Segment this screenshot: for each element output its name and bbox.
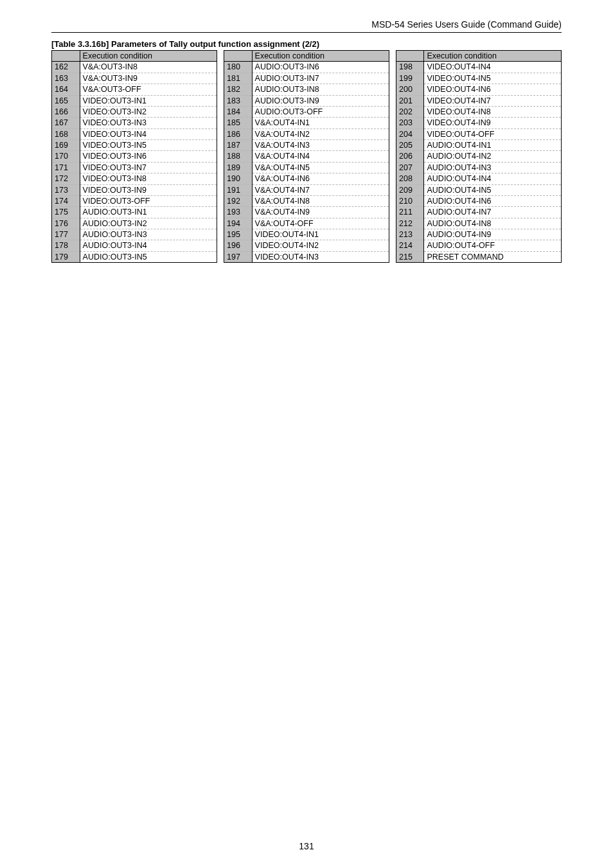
row-value: V&A:OUT3-IN9 [80,73,217,84]
row-number: 174 [52,195,80,206]
row-value: AUDIO:OUT3-IN2 [80,218,217,229]
table-row: 168VIDEO:OUT3-IN4 [52,128,217,139]
row-number: 196 [224,240,253,251]
table-row: 204VIDEO:OUT4-OFF [396,128,562,139]
header-rule [51,32,562,33]
row-number: 163 [52,73,80,84]
table-row: 167VIDEO:OUT3-IN3 [52,118,217,128]
row-value: VIDEO:OUT3-IN5 [80,140,217,151]
table-row: 214AUDIO:OUT4-OFF [396,240,562,251]
row-value: AUDIO:OUT3-IN8 [252,84,389,95]
table-row: 181AUDIO:OUT3-IN7 [224,73,389,84]
row-number: 213 [396,229,424,240]
table-row: 179AUDIO:OUT3-IN5 [52,251,217,262]
table-row: 164V&A:OUT3-OFF [52,84,217,95]
row-number: 190 [224,173,253,184]
row-number: 183 [224,95,253,106]
row-number: 204 [396,128,424,139]
row-value: V&A:OUT3-OFF [80,84,217,95]
row-number: 209 [396,184,424,195]
table-row: 189V&A:OUT4-IN5 [224,162,389,173]
header-execution-condition: Execution condition [80,51,217,62]
header-num-blank [224,51,253,62]
header-num-blank [396,51,424,62]
table-row: 202VIDEO:OUT4-IN8 [396,106,562,117]
row-value: VIDEO:OUT4-IN1 [252,229,389,240]
parameters-table-1: Execution condition 162V&A:OUT3-IN8163V&… [51,50,217,263]
table-row: 175AUDIO:OUT3-IN1 [52,207,217,218]
table-row: 210AUDIO:OUT4-IN6 [396,195,562,206]
row-number: 170 [52,151,80,162]
parameters-table-2: Execution condition 180AUDIO:OUT3-IN6181… [224,50,389,263]
table-body-2: 180AUDIO:OUT3-IN6181AUDIO:OUT3-IN7182AUD… [224,62,389,263]
row-number: 210 [396,195,424,206]
table-row: 212AUDIO:OUT4-IN8 [396,218,562,229]
row-number: 186 [224,128,253,139]
header-num-blank [52,51,80,62]
table-row: 205AUDIO:OUT4-IN1 [396,140,562,151]
table-row: 211AUDIO:OUT4-IN7 [396,207,562,218]
row-number: 215 [396,251,424,262]
row-value: AUDIO:OUT4-IN7 [424,207,562,218]
row-value: VIDEO:OUT4-IN9 [424,118,562,128]
table-row: 187V&A:OUT4-IN3 [224,140,389,151]
row-number: 169 [52,140,80,151]
row-value: AUDIO:OUT4-IN8 [424,218,562,229]
row-value: AUDIO:OUT4-IN3 [424,162,562,173]
row-number: 206 [396,151,424,162]
row-value: AUDIO:OUT4-IN5 [424,184,562,195]
table-row: 178AUDIO:OUT3-IN4 [52,240,217,251]
table-row: 180AUDIO:OUT3-IN6 [224,62,389,73]
row-value: VIDEO:OUT4-OFF [424,128,562,139]
row-value: V&A:OUT4-IN1 [252,118,389,128]
row-value: VIDEO:OUT3-IN6 [80,151,217,162]
table-row: 197VIDEO:OUT4-IN3 [224,251,389,262]
row-value: PRESET COMMAND [424,251,562,262]
table-row: 188V&A:OUT4-IN4 [224,151,389,162]
row-value: AUDIO:OUT4-IN2 [424,151,562,162]
row-number: 181 [224,73,253,84]
table-body-3: 198VIDEO:OUT4-IN4199VIDEO:OUT4-IN5200VID… [396,62,562,263]
table-row: 182AUDIO:OUT3-IN8 [224,84,389,95]
table-row: 206AUDIO:OUT4-IN2 [396,151,562,162]
table-row: 190V&A:OUT4-IN6 [224,173,389,184]
row-number: 208 [396,173,424,184]
row-number: 187 [224,140,253,151]
row-number: 189 [224,162,253,173]
row-number: 211 [396,207,424,218]
table-row: 191V&A:OUT4-IN7 [224,184,389,195]
row-value: VIDEO:OUT4-IN7 [424,95,562,106]
row-number: 194 [224,218,253,229]
page-number: 131 [0,841,613,851]
table-header-row: Execution condition [396,51,562,62]
row-number: 203 [396,118,424,128]
row-value: VIDEO:OUT3-IN2 [80,106,217,117]
table-row: 193V&A:OUT4-IN9 [224,207,389,218]
row-number: 178 [52,240,80,251]
table-row: 171VIDEO:OUT3-IN7 [52,162,217,173]
page: MSD-54 Series Users Guide (Command Guide… [0,0,613,868]
row-value: V&A:OUT4-IN4 [252,151,389,162]
row-number: 188 [224,151,253,162]
row-number: 191 [224,184,253,195]
row-value: V&A:OUT4-IN8 [252,195,389,206]
tables-row: Execution condition 162V&A:OUT3-IN8163V&… [51,50,562,263]
table-row: 198VIDEO:OUT4-IN4 [396,62,562,73]
table-header-row: Execution condition [52,51,217,62]
row-number: 171 [52,162,80,173]
row-number: 165 [52,95,80,106]
row-number: 200 [396,84,424,95]
row-value: AUDIO:OUT3-IN9 [252,95,389,106]
row-value: V&A:OUT4-IN2 [252,128,389,139]
row-value: VIDEO:OUT4-IN4 [424,62,562,73]
table-row: 192V&A:OUT4-IN8 [224,195,389,206]
table-row: 163V&A:OUT3-IN9 [52,73,217,84]
table-row: 195VIDEO:OUT4-IN1 [224,229,389,240]
row-value: VIDEO:OUT4-IN8 [424,106,562,117]
row-number: 199 [396,73,424,84]
row-number: 173 [52,184,80,195]
table-row: 162V&A:OUT3-IN8 [52,62,217,73]
row-value: V&A:OUT4-IN5 [252,162,389,173]
table-header-row: Execution condition [224,51,389,62]
row-value: AUDIO:OUT3-IN7 [252,73,389,84]
